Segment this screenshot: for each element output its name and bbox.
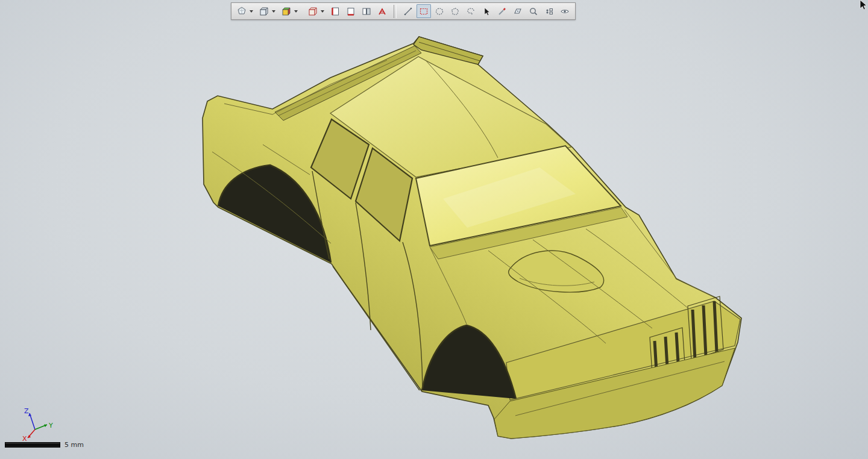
cad-application-window: { "viewport": { "background_center": "#d… — [0, 0, 868, 459]
paint-select-button[interactable] — [495, 4, 509, 18]
shaded-view-button[interactable] — [234, 4, 249, 18]
model-viewport[interactable] — [0, 0, 868, 459]
shaded-view-dropdown[interactable] — [250, 10, 253, 13]
mouse-cursor — [857, 0, 867, 12]
section-plane-bottom-icon — [346, 7, 356, 16]
pan-vertical-icon — [544, 7, 554, 16]
zoom-icon — [529, 7, 538, 16]
pick-cursor-button[interactable] — [479, 4, 494, 18]
axis-triad: Z Y X — [17, 405, 55, 442]
zoom-button[interactable] — [526, 4, 541, 18]
wireframe-view-button[interactable] — [257, 4, 271, 18]
section-cap-button[interactable] — [375, 4, 389, 18]
wireframe-view-dropdown[interactable] — [272, 10, 275, 13]
z-axis-arrow — [28, 413, 31, 416]
polygon-select-icon — [450, 7, 460, 16]
split-section-icon — [362, 7, 371, 16]
shaded-view-icon — [237, 7, 247, 16]
section-box-icon — [308, 7, 318, 16]
circle-select-icon — [435, 7, 444, 16]
section-cap-icon — [377, 7, 387, 16]
split-section-button[interactable] — [359, 4, 374, 18]
y-axis-label: Y — [48, 422, 53, 429]
line-select-icon — [403, 7, 413, 16]
wireframe-view-icon — [259, 7, 269, 16]
section-plane-bottom-button[interactable] — [344, 4, 358, 18]
rendered-view-button[interactable] — [279, 4, 294, 18]
toolbar-separator — [394, 5, 397, 18]
section-plane-front-icon — [330, 7, 340, 16]
visibility-icon — [560, 7, 570, 16]
pan-vertical-button[interactable] — [542, 4, 556, 18]
z-axis-label: Z — [24, 407, 29, 415]
section-plane-front-button[interactable] — [328, 4, 342, 18]
rendered-view-dropdown[interactable] — [294, 10, 298, 13]
lasso-select-button[interactable] — [464, 4, 478, 18]
visibility-button[interactable] — [558, 4, 572, 18]
scale-bar-label: 5 mm — [64, 441, 84, 449]
scale-bar-rule — [5, 442, 60, 448]
car-body-model[interactable] — [203, 37, 741, 439]
circle-select-button[interactable] — [432, 4, 447, 18]
rectangle-select-button[interactable] — [417, 4, 431, 18]
rectangle-select-icon — [419, 7, 429, 16]
line-select-button[interactable] — [401, 4, 415, 18]
view-toolbar — [231, 2, 576, 20]
scale-bar: 5 mm — [5, 441, 84, 449]
rendered-view-icon — [281, 7, 291, 16]
section-box-button[interactable] — [306, 4, 320, 18]
section-box-dropdown[interactable] — [321, 10, 324, 13]
pick-cursor-icon — [482, 7, 491, 16]
lasso-select-icon — [466, 7, 476, 16]
paint-select-icon — [497, 7, 507, 16]
face-select-icon — [513, 7, 523, 16]
polygon-select-button[interactable] — [448, 4, 462, 18]
face-select-button[interactable] — [511, 4, 525, 18]
